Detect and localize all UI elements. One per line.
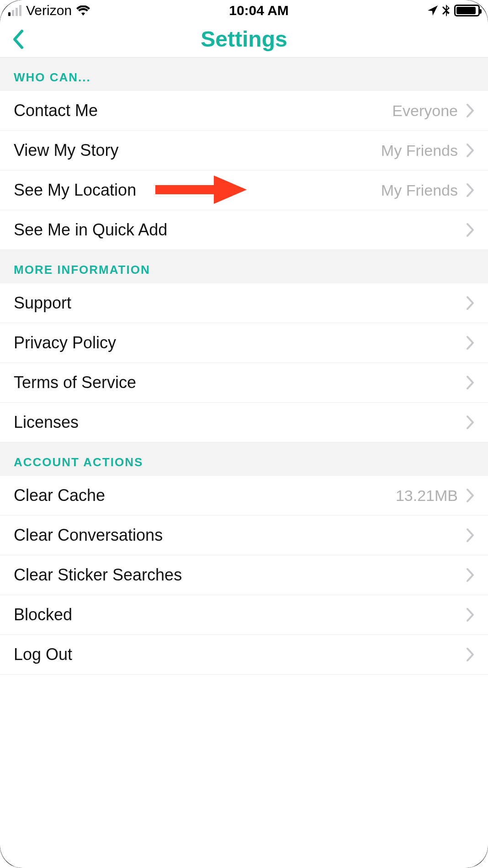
chevron-left-icon [12,29,24,49]
row-licenses[interactable]: Licenses [0,403,488,442]
row-label: Clear Cache [14,486,105,505]
row-clear-conversations[interactable]: Clear Conversations [0,516,488,555]
chevron-right-icon [466,143,474,158]
row-label: View My Story [14,141,118,160]
nav-header: Settings [0,21,488,58]
row-blocked[interactable]: Blocked [0,595,488,635]
chevron-right-icon [466,375,474,390]
chevron-right-icon [466,103,474,118]
row-label: Log Out [14,645,72,664]
section-header-account-actions: ACCOUNT ACTIONS [0,442,488,476]
row-clear-cache[interactable]: Clear Cache 13.21MB [0,476,488,516]
row-label: See Me in Quick Add [14,220,167,240]
row-label: Clear Sticker Searches [14,565,182,585]
row-see-me-quick-add[interactable]: See Me in Quick Add [0,210,488,250]
wifi-icon [76,5,90,16]
row-clear-sticker-searches[interactable]: Clear Sticker Searches [0,555,488,595]
chevron-right-icon [466,528,474,543]
annotation-arrow-icon [155,173,247,207]
page-title: Settings [201,27,287,52]
location-icon [428,5,438,16]
chevron-right-icon [466,647,474,662]
svg-rect-0 [155,185,215,194]
row-value: 13.21MB [396,487,458,505]
row-contact-me[interactable]: Contact Me Everyone [0,91,488,131]
cell-signal-icon [8,5,21,16]
row-label: Support [14,293,71,313]
svg-marker-1 [214,176,247,204]
clock: 10:04 AM [229,3,289,18]
bluetooth-icon [442,5,450,16]
row-terms-of-service[interactable]: Terms of Service [0,363,488,403]
chevron-right-icon [466,488,474,503]
row-label: Clear Conversations [14,526,163,545]
section-header-more-info: MORE INFORMATION [0,250,488,283]
row-label: Terms of Service [14,373,136,392]
row-privacy-policy[interactable]: Privacy Policy [0,323,488,363]
chevron-right-icon [466,183,474,197]
carrier-label: Verizon [26,3,72,18]
row-value: My Friends [381,142,458,160]
battery-icon [454,5,480,16]
row-view-my-story[interactable]: View My Story My Friends [0,131,488,170]
row-label: Blocked [14,605,72,624]
row-value: Everyone [392,102,458,120]
chevron-right-icon [466,415,474,430]
chevron-right-icon [466,335,474,350]
section-header-who-can: WHO CAN... [0,58,488,91]
chevron-right-icon [466,296,474,310]
row-support[interactable]: Support [0,283,488,323]
row-label: Licenses [14,413,79,432]
row-label: Contact Me [14,101,98,120]
row-log-out[interactable]: Log Out [0,635,488,675]
row-see-my-location[interactable]: See My Location My Friends [0,170,488,210]
chevron-right-icon [466,568,474,582]
status-bar: Verizon 10:04 AM [0,0,488,21]
row-label: Privacy Policy [14,333,116,352]
back-button[interactable] [12,29,24,49]
chevron-right-icon [466,223,474,237]
row-label: See My Location [14,181,136,200]
row-value: My Friends [381,181,458,199]
chevron-right-icon [466,607,474,622]
